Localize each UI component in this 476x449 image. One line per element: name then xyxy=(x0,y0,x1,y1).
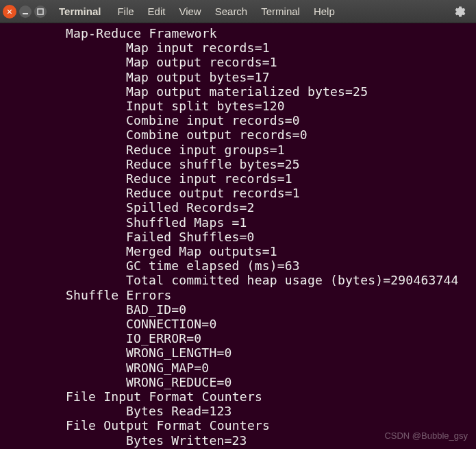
counter-line: Reduce output records=1 xyxy=(126,186,471,200)
counter-line: Shuffled Maps =1 xyxy=(126,215,471,230)
close-icon: ✕ xyxy=(7,6,12,16)
counter-line: GC time elapsed (ms)=63 xyxy=(126,258,471,273)
menu-view[interactable]: View xyxy=(172,1,208,21)
terminal-output[interactable]: Map-Reduce FrameworkMap input records=1M… xyxy=(0,23,476,449)
maximize-icon xyxy=(37,8,44,15)
counter-line: Combine output records=0 xyxy=(126,128,471,142)
counter-section-header: Map-Reduce Framework xyxy=(66,26,471,40)
minimize-button[interactable] xyxy=(19,5,32,18)
counter-line: WRONG_REDUCE=0 xyxy=(126,375,471,389)
counter-line: CONNECTION=0 xyxy=(126,317,471,331)
counter-line: WRONG_LENGTH=0 xyxy=(126,345,471,360)
app-title: Terminal xyxy=(59,5,101,17)
counter-line: Input split bytes=120 xyxy=(126,99,471,113)
counter-section-header: File Input Format Counters xyxy=(66,389,471,404)
watermark: CSDN @Bubble_gsy xyxy=(384,430,468,441)
svg-rect-1 xyxy=(38,9,43,14)
menu-search[interactable]: Search xyxy=(208,1,255,21)
counter-line: Reduce input groups=1 xyxy=(126,143,471,157)
menu-help[interactable]: Help xyxy=(307,1,342,21)
menu-file[interactable]: File xyxy=(110,1,140,21)
counter-line: BAD_ID=0 xyxy=(126,302,471,317)
counter-line: Reduce shuffle bytes=25 xyxy=(126,157,471,171)
counter-line: Map input records=1 xyxy=(126,40,471,55)
counter-line: Total committed heap usage (bytes)=29046… xyxy=(126,273,471,287)
counter-line: Map output bytes=17 xyxy=(126,70,471,84)
counter-line: Bytes Read=123 xyxy=(126,404,471,418)
menu-edit[interactable]: Edit xyxy=(141,1,173,21)
counter-line: Failed Shuffles=0 xyxy=(126,230,471,244)
counter-line: IO_ERROR=0 xyxy=(126,331,471,345)
svg-rect-0 xyxy=(23,13,28,14)
counter-line: Reduce input records=1 xyxy=(126,171,471,186)
menu-terminal[interactable]: Terminal xyxy=(254,1,307,21)
counter-line: Map output records=1 xyxy=(126,55,471,69)
gear-icon[interactable] xyxy=(453,4,468,19)
counter-line: Combine input records=0 xyxy=(126,113,471,128)
counter-line: Map output materialized bytes=25 xyxy=(126,84,471,99)
counter-line: Spilled Records=2 xyxy=(126,200,471,215)
counter-section-header: Shuffle Errors xyxy=(66,288,471,302)
counter-line: Merged Map outputs=1 xyxy=(126,244,471,258)
maximize-button[interactable] xyxy=(34,5,47,18)
counter-line: WRONG_MAP=0 xyxy=(126,361,471,375)
menubar: ✕ Terminal File Edit View Search Termina… xyxy=(0,0,476,23)
close-button[interactable]: ✕ xyxy=(3,5,16,19)
minimize-icon xyxy=(22,8,29,15)
window-controls: ✕ xyxy=(3,5,47,19)
